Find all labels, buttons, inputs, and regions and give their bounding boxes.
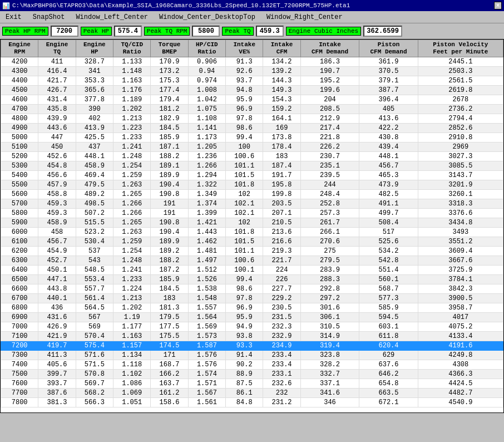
col-tq-cid: TQ/CIDRatio <box>113 40 151 57</box>
table-row[interactable]: 7200419.7575.41.157174.51.58793.3234.931… <box>1 341 503 351</box>
table-row[interactable]: 5400456.6469.41.259189.91.294101.5191.72… <box>1 171 503 180</box>
table-row[interactable]: 7400405.6571.51.118168.71.57690.2233.432… <box>1 360 503 370</box>
table-row[interactable]: 5200452.6448.11.248188.21.236100.6183230… <box>1 152 503 161</box>
table-row[interactable]: 7000426.95691.177177.51.56994.9232.3310.… <box>1 322 503 332</box>
peak-hp-rpm-label: Peak HP RPM <box>2 27 48 36</box>
col-piston-velocity: Piston VelocityFeet per Minute <box>418 40 503 57</box>
table-row[interactable]: 4400421.7353.31.163175.30.97493.7144.319… <box>1 76 503 86</box>
col-hp: EngineHP <box>76 40 113 57</box>
table-row[interactable]: 7700387.6568.21.069161.21.56786.1232341.… <box>1 389 503 398</box>
table-row[interactable]: 6200454.95371.254189.21.481101.1219.3275… <box>1 247 503 256</box>
col-piston-cfm-demand: PistonCFM Demand <box>359 40 418 57</box>
table-row[interactable]: 4200411328.71.133170.90.90691.3134.2186.… <box>1 57 503 67</box>
table-row[interactable]: 6300452.75431.248188.21.497100.6221.7279… <box>1 256 503 266</box>
table-row[interactable]: 6100456.7530.41.259189.91.462101.5216.62… <box>1 237 503 247</box>
data-table-container[interactable]: EngineRPM EngineTQ EngineHP TQ/CIDRatio … <box>0 39 504 413</box>
content-area: EngineRPM EngineTQ EngineHP TQ/CIDRatio … <box>0 39 504 442</box>
col-intake-ve: IntakeVE% <box>226 40 263 57</box>
table-row[interactable]: 6800436564.51.202181.31.55796.9230.5301.… <box>1 303 503 313</box>
menu-exit[interactable]: Exit <box>2 13 25 22</box>
table-row[interactable]: 6500447.1553.41.233185.91.52699.4226288.… <box>1 275 503 284</box>
peak-tq-rpm-value: 5800 <box>192 26 220 37</box>
table-row[interactable]: 5800459.3507.21.2661911.399102.1207.1257… <box>1 209 503 218</box>
table-row[interactable]: 5000447425.51.233185.91.17399.4173.8221.… <box>1 133 503 143</box>
table-row[interactable]: 5600458.8489.21.265190.81.349102199.8248… <box>1 190 503 199</box>
peak-hp-label: Peak HP <box>81 27 112 36</box>
table-row[interactable]: 6600443.8557.71.224184.51.53898.6227.729… <box>1 284 503 294</box>
table-row[interactable]: 7500399.7570.81.102166.21.57488.9233.133… <box>1 370 503 379</box>
table-row[interactable]: 4900443.6413.91.223184.51.14198.6169217.… <box>1 124 503 133</box>
table-body: 4200411328.71.133170.90.90691.3134.2186.… <box>1 57 503 407</box>
table-row[interactable]: 4700435.83901.202181.21.07596.9159.2208.… <box>1 105 503 114</box>
menu-window-left-center[interactable]: Window_Left_Center <box>72 13 151 22</box>
engine-cubic-inches-value: 362.6599 <box>363 26 402 37</box>
peak-hp-value: 575.4 <box>114 26 142 37</box>
app-icon: 📊 <box>2 2 10 9</box>
table-row[interactable]: 51004504371.241187.11.205100178.4226.243… <box>1 143 503 152</box>
menu-snapshot[interactable]: SnapShot <box>29 13 68 22</box>
table-row[interactable]: 6900431.65671.19179.51.56495.9231.5306.1… <box>1 313 503 322</box>
peak-hp-rpm-value: 7200 <box>51 26 78 37</box>
table-row[interactable]: 4300416.43411.148173.20.9492.6139.2190.7… <box>1 67 503 76</box>
table-row[interactable]: 7300411.3571.61.1341711.57691.4233.4323.… <box>1 351 503 360</box>
menu-bar: Exit SnapShot Window_Left_Center Window_… <box>0 11 504 23</box>
table-row[interactable]: 4500426.7365.61.176177.41.00894.8149.319… <box>1 86 503 95</box>
col-hp-cid: HP/CIDRatio <box>188 40 225 57</box>
table-row[interactable]: 5300454.8458.91.254189.11.266101.1187.42… <box>1 161 503 171</box>
title-text: C:\MaxPBHP8G\ETAPRO3\Data\Example_SSIA_1… <box>12 2 350 9</box>
peak-tq-value: 459.3 <box>256 26 284 37</box>
data-table: EngineRPM EngineTQ EngineHP TQ/CIDRatio … <box>1 40 503 407</box>
menu-window-right-center[interactable]: Window_Right_Center <box>263 13 346 22</box>
menu-window-center-desktop[interactable]: Window_Center_DesktopTop <box>156 13 259 22</box>
col-tq: EngineTQ <box>38 40 76 57</box>
table-row[interactable]: 6400450.1548.51.241187.21.512100.1224283… <box>1 266 503 275</box>
table-row[interactable]: 6700440.1561.41.2131831.54897.8229.2297.… <box>1 294 503 303</box>
table-row[interactable]: 5900458.9515.51.265190.81.421102210.5261… <box>1 218 503 228</box>
col-rpm: EngineRPM <box>1 40 38 57</box>
table-header: EngineRPM EngineTQ EngineHP TQ/CIDRatio … <box>1 40 503 57</box>
table-row[interactable]: 4600431.4377.81.189179.41.04295.9154.320… <box>1 95 503 105</box>
table-row[interactable]: 7800381.3566.31.051158.61.56184.8231.234… <box>1 398 503 407</box>
table-row[interactable]: 4800439.94021.213182.91.10897.8164.1212.… <box>1 114 503 124</box>
close-button[interactable]: × <box>494 2 502 9</box>
peak-tq-rpm-label: Peak TQ RPM <box>144 27 190 36</box>
title-bar: 📊 C:\MaxPBHP8G\ETAPRO3\Data\Example_SSIA… <box>0 0 504 11</box>
table-row[interactable]: 6000458523.21.263190.41.443101.8213.6266… <box>1 228 503 237</box>
peak-tq-label: Peak TQ <box>222 27 253 36</box>
engine-cubic-inches-label: Engine Cubic Inches <box>286 27 361 36</box>
col-intake-cfm-demand: IntakeCFM Demand <box>300 40 359 57</box>
table-row[interactable]: 5700459.3498.51.2661911.374102.1203.5252… <box>1 199 503 209</box>
col-torque-bmep: TorqueBMEP <box>151 40 188 57</box>
table-row[interactable]: 7100421.9570.41.163175.51.57393.8232.931… <box>1 332 503 341</box>
table-row[interactable]: 5500457.9479.51.263190.41.322101.8195.82… <box>1 180 503 190</box>
table-row[interactable]: 7600393.7569.71.086163.71.57187.5232.633… <box>1 379 503 389</box>
top-fields: Peak HP RPM 7200 Peak HP 575.4 Peak TQ R… <box>0 23 504 39</box>
col-intake-cfm: IntakeCFM <box>263 40 300 57</box>
